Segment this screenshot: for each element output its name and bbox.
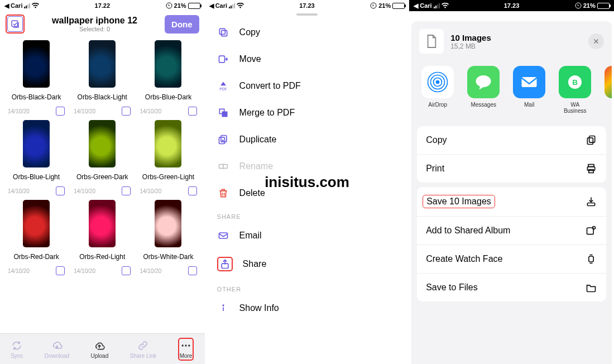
wallpaper-item[interactable]: Orbs-White-Dark 14/10/20 (136, 200, 200, 277)
svg-rect-8 (219, 56, 224, 63)
svg-point-19 (436, 80, 440, 84)
toolbar-sync[interactable]: Sync (11, 339, 23, 359)
share-copy[interactable]: Copy (417, 126, 606, 155)
app-more-icon (605, 66, 612, 98)
wallpaper-date: 14/10/20 (8, 268, 30, 274)
wallpaper-item[interactable]: Orbs-Red-Dark 14/10/20 (4, 200, 68, 277)
select-checkbox[interactable] (122, 266, 131, 275)
share-create-watch-face[interactable]: Create Watch Face (417, 245, 606, 274)
svg-point-4 (188, 344, 190, 346)
done-button[interactable]: Done (165, 15, 199, 33)
wallpaper-item[interactable]: Orbs-Green-Light 14/10/20 (136, 120, 200, 198)
download-icon (585, 195, 597, 208)
rename-icon (217, 161, 229, 172)
action-show-info-label: Show Info (239, 303, 279, 313)
share-add-shared-album[interactable]: Add to Shared Album (417, 217, 606, 245)
share-save-to-files-label: Save to Files (426, 282, 477, 293)
panel-action-sheet: ◀ Cari 17.23 21% Copy Move PDF Convert t… (205, 0, 410, 364)
copy-icon (217, 27, 229, 38)
close-button[interactable] (588, 33, 604, 49)
wallpaper-item[interactable]: Orbs-Green-Dark 14/10/20 (70, 120, 134, 198)
svg-point-17 (223, 305, 224, 306)
app-mail[interactable]: Mail (513, 66, 545, 114)
share-save-to-files[interactable]: Save to Files (417, 274, 606, 301)
messages-icon (467, 66, 500, 98)
action-copy[interactable]: Copy (205, 19, 410, 46)
back-cari[interactable]: ◀ Cari (414, 2, 431, 9)
wallpaper-date: 14/10/20 (8, 108, 30, 114)
share-print[interactable]: Print (417, 155, 606, 183)
toolbar-more-label: More (180, 353, 193, 359)
action-email-label: Email (239, 231, 262, 241)
email-icon (217, 230, 229, 241)
wallpaper-thumb (23, 40, 50, 88)
status-bar: ◀ Cari 17.22 21% (0, 0, 205, 11)
wallpaper-item[interactable]: Orbs-Blue-Dark 14/10/20 (136, 40, 200, 118)
share-size: 15,2 MB (450, 42, 582, 50)
toolbar-upload-label: Upload (91, 353, 109, 359)
app-messages[interactable]: Messages (467, 66, 500, 114)
battery-icon (392, 3, 405, 9)
wallpaper-item[interactable]: Orbs-Blue-Light 14/10/20 (4, 120, 68, 198)
action-duplicate[interactable]: Duplicate (205, 126, 410, 153)
toolbar-more[interactable]: More (180, 339, 193, 359)
wallpaper-item[interactable]: Orbs-Black-Light 14/10/20 (70, 40, 134, 118)
select-checkbox[interactable] (56, 107, 65, 116)
toolbar-upload[interactable]: Upload (91, 339, 109, 359)
app-wa-business[interactable]: B WA Business (559, 66, 591, 114)
wallpaper-name: Orbs-Blue-Light (4, 170, 68, 185)
toolbar-sync-label: Sync (11, 353, 23, 359)
wallpaper-thumb (155, 40, 181, 88)
select-checkbox[interactable] (188, 266, 197, 275)
action-merge-pdf[interactable]: Merge to PDF (205, 99, 410, 126)
sheet-grabber[interactable] (296, 13, 318, 16)
action-delete[interactable]: Delete (205, 180, 410, 207)
action-share[interactable]: Share (205, 249, 410, 279)
select-checkbox[interactable] (188, 107, 197, 116)
select-checkbox[interactable] (122, 107, 131, 116)
page-title: wallpaper iphone 12 (52, 16, 137, 26)
wallpaper-name: Orbs-Black-Light (70, 90, 134, 106)
wallpaper-item[interactable]: Orbs-Black-Dark 14/10/20 (4, 40, 68, 118)
app-more[interactable] (605, 66, 612, 114)
action-show-info[interactable]: Show Info (205, 295, 410, 322)
svg-rect-24 (522, 77, 537, 87)
share-save-images[interactable]: Save 10 Images (417, 187, 606, 217)
orientation-lock-icon (166, 2, 172, 9)
highlight-select-all (6, 15, 25, 33)
svg-rect-28 (587, 138, 593, 145)
share-sheet: 10 Images 15,2 MB AirDrop Messages (411, 21, 612, 364)
wallpaper-item[interactable]: Orbs-Red-Light 14/10/20 (70, 200, 134, 277)
share-apps-row[interactable]: AirDrop Messages Mail B WA Business (411, 61, 612, 122)
shared-album-icon (585, 224, 597, 237)
app-wa-label: WA Business (559, 102, 591, 114)
select-all-button[interactable] (7, 16, 23, 32)
signal-icon (229, 3, 235, 8)
wallpaper-thumb (89, 120, 116, 167)
watch-icon (585, 253, 597, 265)
app-airdrop[interactable]: AirDrop (421, 66, 454, 114)
back-cari[interactable]: ◀ Cari (209, 2, 227, 9)
print-icon (585, 162, 597, 175)
battery-pct: 21% (378, 2, 391, 9)
select-checkbox[interactable] (56, 186, 65, 195)
orientation-lock-icon (575, 2, 582, 9)
status-time: 17.23 (299, 2, 315, 9)
whatsapp-icon: B (559, 66, 591, 98)
select-checkbox[interactable] (188, 186, 197, 195)
toolbar-download[interactable]: Download (45, 339, 69, 359)
wallpaper-date: 14/10/20 (8, 188, 30, 194)
trash-icon (217, 188, 229, 199)
pdf-icon: PDF (217, 80, 229, 92)
select-checkbox[interactable] (56, 266, 65, 275)
back-cari[interactable]: ◀ Cari (4, 2, 22, 9)
action-convert-pdf[interactable]: PDF Convert to PDF (205, 73, 410, 99)
wallpaper-name: Orbs-Red-Dark (4, 250, 68, 265)
section-other: OTHER (205, 279, 410, 295)
select-checkbox[interactable] (122, 186, 131, 195)
battery-pct: 21% (174, 2, 186, 9)
toolbar-sharelink[interactable]: Share Link (130, 339, 157, 359)
action-move[interactable]: Move (205, 46, 410, 73)
action-email[interactable]: Email (205, 222, 410, 249)
orientation-lock-icon (370, 2, 377, 9)
